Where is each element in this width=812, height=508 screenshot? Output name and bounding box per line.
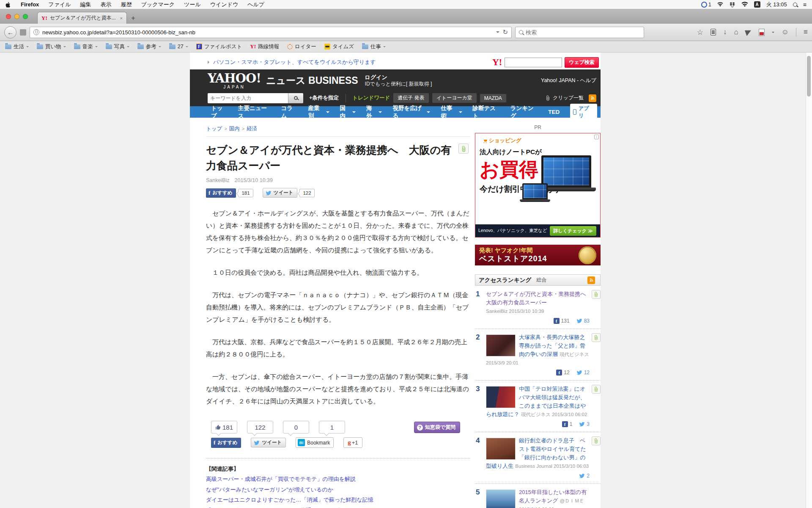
url-input[interactable]	[42, 29, 493, 36]
keyword-search-input[interactable]	[208, 93, 288, 103]
trend-word-1[interactable]: 遺伝子 発表	[393, 93, 428, 103]
yahoo-japan-logo[interactable]: YAHOO! JAPAN	[208, 72, 261, 89]
browser-search-input[interactable]	[526, 29, 640, 36]
rss-icon[interactable]	[589, 94, 596, 102]
bookmark-folder-life[interactable]: 生活	[5, 43, 29, 50]
menu-item-help[interactable]: ヘルプ	[247, 1, 264, 8]
menu-item-file[interactable]: ファイル	[48, 1, 71, 8]
clip-list-link[interactable]: クリップ一覧	[545, 94, 584, 102]
bookmark-folder-27[interactable]: 27	[169, 44, 188, 50]
bookmark-folder-shopping[interactable]: 買い物	[37, 43, 66, 50]
url-dropdown-icon[interactable]	[496, 31, 499, 35]
clip-button[interactable]	[592, 385, 601, 394]
hatena-bookmark-button[interactable]: B!Bookmark	[296, 437, 334, 448]
related-link[interactable]: ダイエーはユニクロよりすごかった…「消滅」で蘇った鮮烈な記憶	[206, 495, 470, 505]
bookmark-folder-work[interactable]: 仕事	[362, 43, 386, 50]
bookmarks-panel-icon[interactable]	[710, 29, 716, 36]
ranking-article-link[interactable]: セブン＆アイが万代と資本・業務提携へ 大阪の有力食品スーパー	[486, 291, 591, 306]
bookmark-reuters[interactable]: ロイター	[287, 43, 316, 50]
menu-item-history[interactable]: 履歴	[121, 1, 132, 8]
site-identity-icon[interactable]	[33, 29, 39, 35]
scrollbar-thumb[interactable]	[807, 56, 811, 97]
bookmark-star-icon[interactable]: ☆	[697, 28, 703, 37]
google-plusone-button[interactable]: g+1	[343, 437, 362, 448]
article-thumbnail[interactable]	[486, 386, 516, 408]
airplay-icon[interactable]	[717, 1, 723, 8]
bookmark-folder-music[interactable]: 音楽	[74, 43, 98, 50]
scrollbar[interactable]	[806, 52, 812, 508]
hamburger-menu-icon[interactable]: ≡	[804, 28, 808, 36]
bookmark-folder-reference[interactable]: 参考	[137, 43, 161, 50]
auction-banner[interactable]: 発表! ヤフオク!年間 ベストストア2014	[475, 245, 601, 265]
article-thumbnail[interactable]	[486, 438, 516, 460]
keyword-search-button[interactable]	[288, 93, 303, 103]
clip-button[interactable]	[592, 333, 601, 342]
input-method-icon[interactable]: A	[754, 1, 760, 8]
menu-item-window[interactable]: ウインドウ	[210, 1, 239, 8]
facebook-recommend-button[interactable]: fおすすめ	[206, 188, 236, 198]
sidebar-ad[interactable]: i ショッピング 法人向けノートPCが お買得 今だけ割引中商品あり Lenov…	[475, 133, 601, 237]
pdf-dropdown-icon[interactable]	[772, 32, 774, 34]
menu-item-tools[interactable]: ツール	[184, 1, 201, 8]
wifi-icon[interactable]	[741, 1, 748, 8]
menu-item-firefox[interactable]: Firefox	[21, 1, 39, 8]
nav-ted[interactable]: TED	[548, 109, 560, 115]
tweet-button[interactable]: ツイート	[263, 188, 298, 198]
trend-word-2[interactable]: イトーヨーカ堂	[432, 93, 477, 103]
help-link[interactable]: Yahoo! JAPAN - ヘルプ	[541, 77, 596, 84]
related-link[interactable]: 「うどんに勝てなかった」 四国から撤退するコンビニ	[206, 505, 470, 508]
websearch-input[interactable]	[505, 58, 562, 67]
ranking-tab-all[interactable]: 総合	[536, 276, 546, 284]
apple-menu-icon[interactable]	[5, 1, 11, 8]
related-link[interactable]: 高級スーパー・成城石井が「買収でモテモテ」の理由を解説	[206, 474, 470, 485]
downloads-icon[interactable]: ↓	[723, 28, 727, 36]
spotlight-icon[interactable]	[793, 3, 797, 7]
article-thumbnail[interactable]	[486, 489, 516, 508]
back-button[interactable]: ←	[4, 26, 16, 39]
reload-icon[interactable]: ↻	[502, 28, 508, 36]
clip-article-button[interactable]	[458, 144, 469, 154]
ad-cta-button[interactable]: 詳しくチェック ≫	[550, 226, 596, 236]
dropbox-icon[interactable]	[729, 1, 735, 8]
bookmark-transit[interactable]: Y!路線情報	[250, 43, 279, 50]
new-tab-button[interactable]: +	[127, 13, 140, 24]
extension-smiley-icon[interactable]: ☺	[782, 28, 789, 36]
bookmark-folder-photo[interactable]: 写真	[106, 43, 129, 50]
zoom-window-button[interactable]	[23, 14, 28, 19]
notification-center-icon[interactable]: ≡	[803, 1, 807, 8]
facebook-recommend-button[interactable]: fおすすめ	[211, 438, 241, 448]
menu-item-edit[interactable]: 編集	[80, 1, 91, 8]
pdf-converter-icon[interactable]	[759, 29, 765, 36]
clip-button[interactable]	[592, 290, 601, 299]
browser-search-box[interactable]	[515, 27, 644, 38]
bookmark-filepost[interactable]: Fファイルポスト	[196, 43, 242, 50]
ad-info-icon[interactable]: i	[594, 135, 599, 139]
chiebukuro-question-button[interactable]: ?知恵袋で質問	[414, 422, 460, 433]
menu-item-bookmarks[interactable]: ブックマーク	[141, 1, 175, 8]
forward-button[interactable]	[20, 29, 26, 36]
home-icon[interactable]: ⌂	[734, 28, 738, 36]
login-link[interactable]: ログイン	[365, 74, 432, 81]
login-note[interactable]: IDでもっと便利に[ 新規取得 ]	[365, 81, 432, 87]
tweet-button[interactable]: ツイート	[251, 438, 286, 447]
close-window-button[interactable]	[6, 14, 11, 19]
refine-search-link[interactable]: +条件を指定	[309, 94, 339, 102]
security-promo-link[interactable]: パソコン・スマホ・タブレット、すべてをウイルスから守ります	[213, 58, 376, 66]
browser-tab[interactable]: Y! セブン＆アイが万代と資本... ×	[37, 12, 127, 24]
websearch-button[interactable]: ウェブ検索	[565, 57, 599, 68]
bookmark-times[interactable]: タイムズ	[324, 43, 354, 50]
rss-icon[interactable]	[587, 276, 595, 284]
menu-bar-clock[interactable]: 火 13:05	[766, 1, 787, 8]
share-icon[interactable]	[745, 28, 752, 36]
minimize-window-button[interactable]	[14, 14, 19, 19]
trend-word-3[interactable]: MAZDA	[480, 94, 506, 102]
breadcrumb-top[interactable]: トップ	[206, 126, 222, 132]
related-link[interactable]: なぜ"バターみたいなマーガリン"が増えているのか	[206, 485, 470, 495]
tab-close-icon[interactable]: ×	[120, 16, 123, 21]
clip-button[interactable]	[592, 436, 601, 445]
article-thumbnail[interactable]	[486, 334, 516, 356]
breadcrumb-domestic[interactable]: 国内	[229, 126, 240, 132]
url-bar[interactable]: ↻	[30, 27, 512, 38]
menu-item-view[interactable]: 表示	[101, 1, 112, 8]
creative-cloud-icon[interactable]: 1	[701, 2, 711, 8]
